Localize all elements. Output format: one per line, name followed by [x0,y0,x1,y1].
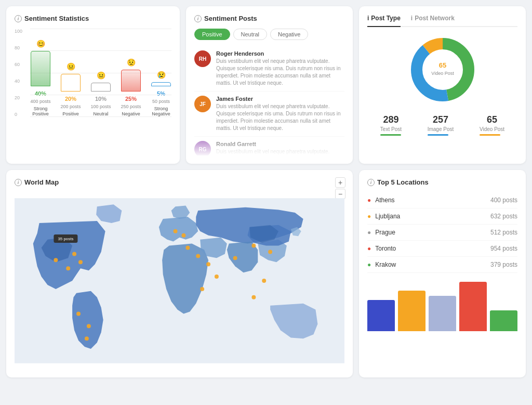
donut-stats: 289Text Post257Image Post65Video Post [367,114,517,136]
filter-tab-positive[interactable]: Positive [194,29,230,40]
chart-bars: 😊40%400 postsStrong Positive😐20%200 post… [30,29,171,117]
location-pin-icon: ● [367,229,371,236]
svg-point-18 [196,254,200,258]
bar-name: Neutral [93,111,108,116]
location-name: Krakow [375,261,396,268]
top-locations-card: i Top 5 Locations ●Athens400 posts●Ljubl… [359,170,526,377]
sentiment-bar [31,51,50,86]
post-author: James Foster [216,96,344,102]
bar-name: Strong Positive [30,106,51,116]
map-container: 35 posts [15,192,344,369]
bar-group-4: 😢5%50 postsStrong Negative [151,82,171,116]
location-posts: 632 posts [490,213,517,220]
location-posts: 954 posts [490,245,517,252]
location-name: Ljubljana [375,213,400,220]
location-item: ●Ljubljana632 posts [367,208,517,225]
filter-tab-negative[interactable]: Negative [270,29,308,40]
bar-face-icon: 😐 [66,62,75,71]
bar-wrapper: 😟 [121,70,141,92]
bar-name: Positive [62,111,79,116]
bar-posts: 100 posts [90,104,111,109]
bar-group-1: 😐20%200 postsPositive [60,74,81,116]
post-content: Roger HendersonDuis vestibulum elit vel … [216,50,344,87]
location-name: Prague [375,229,395,236]
zoom-in-button[interactable]: + [335,177,345,188]
location-bar [367,300,395,331]
location-pin-icon: ● [367,197,371,204]
location-pin-icon: ● [367,261,371,268]
svg-point-8 [54,258,58,262]
stat-number: 65 [480,114,504,125]
location-bar [490,310,517,331]
bar-wrapper: 😐 [60,74,81,92]
posts-list: RHRoger HendersonDuis vestibulum elit ve… [194,46,344,155]
post-fade [194,129,344,155]
bar-face-icon: 😟 [127,58,136,67]
sentiment-stats-card: i Sentiment Statistics 100 80 60 40 20 0… [6,6,180,164]
svg-point-22 [233,256,237,260]
post-text: Duis vestibulum elit vel neque pharetra … [216,58,344,87]
info-icon: i [15,15,22,22]
svg-point-15 [174,229,178,233]
svg-text:Video Post: Video Post [431,71,454,76]
sentiment-bar [61,74,81,92]
top-locations-title: i Top 5 Locations [367,178,517,186]
bar-name: Negative [122,111,140,116]
stat-bar [480,134,500,136]
filter-tab-neutral[interactable]: Neutral [233,29,267,40]
post-item: RHRoger HendersonDuis vestibulum elit ve… [194,46,344,92]
dashboard: i Sentiment Statistics 100 80 60 40 20 0… [6,6,526,377]
location-item: ●Toronto954 posts [367,241,517,257]
svg-point-26 [251,295,256,299]
post-avatar: JF [194,96,211,112]
stat-bar [380,134,401,136]
post-type-card: i Post Type i Post Network 65 Video Post… [359,6,526,164]
svg-point-20 [215,275,219,279]
info-icon: i [194,15,202,22]
svg-point-14 [85,336,89,341]
post-avatar: RH [194,50,211,67]
stat-label: Video Post [480,126,504,132]
location-bar [459,282,487,331]
svg-point-16 [181,233,185,238]
location-bar [398,291,425,331]
donut-stat: 289Text Post [380,114,402,136]
donut-chart-container: 65 Video Post [367,33,517,106]
location-left: ●Ljubljana [367,213,400,220]
bar-group-3: 😟25%250 postsNegative [121,70,141,116]
location-posts: 379 posts [490,261,517,268]
tab-post-network[interactable]: i Post Network [411,15,455,26]
bar-posts: 400 posts [30,99,50,104]
svg-point-23 [251,244,256,248]
info-icon: i [367,15,369,22]
sentiment-bar [121,70,141,92]
tab-header: i Post Type i Post Network [367,15,517,27]
bar-posts: 250 posts [121,104,141,109]
bar-wrapper: 😐 [90,83,111,92]
location-bars [367,279,517,331]
chart-area: 100 80 60 40 20 0 😊40%400 postsStrong Po… [15,29,171,133]
bar-group-2: 😐10%100 postsNeutral [90,83,111,116]
filter-tabs: PositiveNeutralNegative [194,29,344,40]
bar-posts: 50 posts [152,99,170,104]
svg-text:35 posts: 35 posts [58,237,73,241]
world-map-title: i World Map [15,178,344,186]
sentiment-bar [151,82,171,86]
location-bar [429,296,456,331]
donut-stat: 257Image Post [428,114,454,136]
bar-pct: 40% [35,90,46,97]
location-pin-icon: ● [367,213,371,220]
donut-chart: 65 Video Post [406,33,479,106]
location-posts: 512 posts [490,229,517,236]
locations-list: ●Athens400 posts●Ljubljana632 posts●Prag… [367,192,517,273]
svg-text:65: 65 [438,61,446,69]
bar-face-icon: 😐 [97,71,105,80]
stat-bar [428,134,448,136]
svg-point-21 [200,287,204,291]
location-pin-icon: ● [367,245,371,252]
sentiment-posts-title: i Sentiment Posts [194,15,344,22]
stat-label: Image Post [428,126,454,132]
location-posts: 400 posts [490,197,517,204]
svg-point-19 [206,262,210,266]
tab-post-type[interactable]: i Post Type [367,15,401,27]
